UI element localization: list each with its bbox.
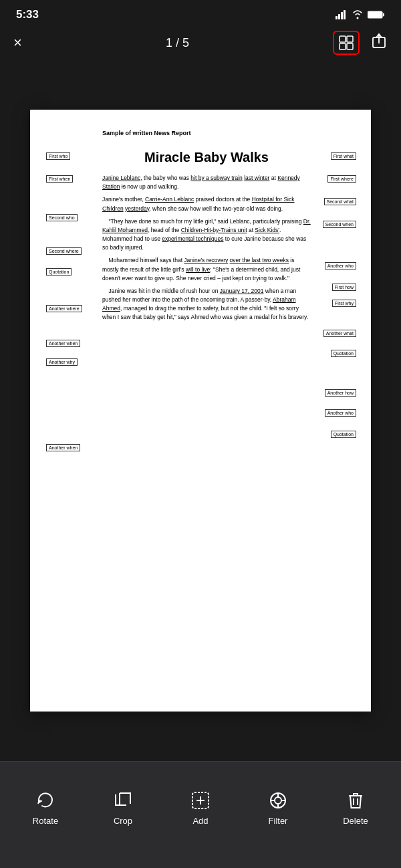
label-quotation-right-1: Quotation xyxy=(331,350,356,357)
label-second-who: Second who xyxy=(46,214,78,221)
label-second-when: Second when xyxy=(323,221,356,228)
svg-rect-5 xyxy=(383,13,384,17)
add-icon xyxy=(190,790,211,810)
close-button[interactable]: × xyxy=(13,34,22,51)
page-counter: 1 / 5 xyxy=(166,36,189,50)
label-first-why: First why xyxy=(332,300,356,307)
add-label: Add xyxy=(192,816,208,826)
rotate-button[interactable]: Rotate xyxy=(7,790,84,826)
grid-view-button[interactable] xyxy=(333,31,360,55)
svg-point-18 xyxy=(275,797,281,804)
body-text: Janine Leblanc, the baby who was hit by … xyxy=(102,174,311,326)
label-another-when-1: Another when xyxy=(46,340,80,347)
label-another-why: Another why xyxy=(46,358,78,366)
wifi-icon xyxy=(352,10,364,19)
label-another-when-2: Another when xyxy=(46,444,80,451)
svg-rect-4 xyxy=(368,11,382,18)
nav-bar: × 1 / 5 xyxy=(0,27,401,63)
document-area: Sample of written News Report Miracle Ba… xyxy=(0,60,401,761)
label-another-what: Another what xyxy=(323,330,356,337)
label-another-how: Another how xyxy=(325,389,356,397)
label-second-what: Second what xyxy=(324,198,356,205)
label-quotation-left: Quotation xyxy=(46,268,72,276)
label-another-where: Another where xyxy=(46,305,82,312)
rotate-label: Rotate xyxy=(33,816,58,826)
crop-label: Crop xyxy=(114,816,132,826)
grid-icon xyxy=(338,35,354,51)
svg-rect-2 xyxy=(341,12,343,19)
rotate-icon xyxy=(35,790,55,810)
delete-button[interactable]: Delete xyxy=(317,790,394,826)
document-page: Sample of written News Report Miracle Ba… xyxy=(30,110,371,712)
crop-button[interactable]: Crop xyxy=(84,790,162,826)
nav-actions xyxy=(333,31,388,55)
share-button[interactable] xyxy=(370,32,388,53)
svg-rect-6 xyxy=(340,36,346,42)
crop-icon xyxy=(113,790,133,810)
bottom-toolbar: Rotate Crop Add Filter xyxy=(0,761,401,868)
label-first-where: First where xyxy=(327,175,356,183)
svg-rect-7 xyxy=(347,36,353,42)
sample-label: Sample of written News Report xyxy=(102,130,358,136)
svg-rect-3 xyxy=(344,10,346,19)
status-icons xyxy=(336,10,385,19)
svg-rect-0 xyxy=(336,16,338,19)
label-first-what: First what xyxy=(331,152,356,160)
label-second-where: Second where xyxy=(46,247,82,255)
status-time: 5:33 xyxy=(16,8,39,21)
delete-icon xyxy=(346,790,366,810)
label-first-when: First when xyxy=(46,175,73,183)
share-icon xyxy=(370,32,388,49)
add-button[interactable]: Add xyxy=(162,790,239,826)
svg-rect-1 xyxy=(338,14,340,19)
label-quotation-right-2: Quotation xyxy=(331,431,356,438)
filter-icon xyxy=(268,790,288,810)
svg-rect-8 xyxy=(340,43,346,49)
main-title: Miracle Baby Walks xyxy=(102,150,311,165)
label-first-who: First who xyxy=(46,152,70,160)
battery-icon xyxy=(368,10,385,19)
label-first-how: First how xyxy=(332,284,356,291)
svg-rect-9 xyxy=(347,43,353,49)
filter-button[interactable]: Filter xyxy=(239,790,317,826)
label-another-who-2: Another who xyxy=(325,409,356,417)
status-bar: 5:33 xyxy=(0,0,401,27)
label-another-who-1: Another who xyxy=(325,262,356,269)
delete-label: Delete xyxy=(343,816,368,826)
signal-icon xyxy=(336,10,348,19)
filter-label: Filter xyxy=(269,816,288,826)
